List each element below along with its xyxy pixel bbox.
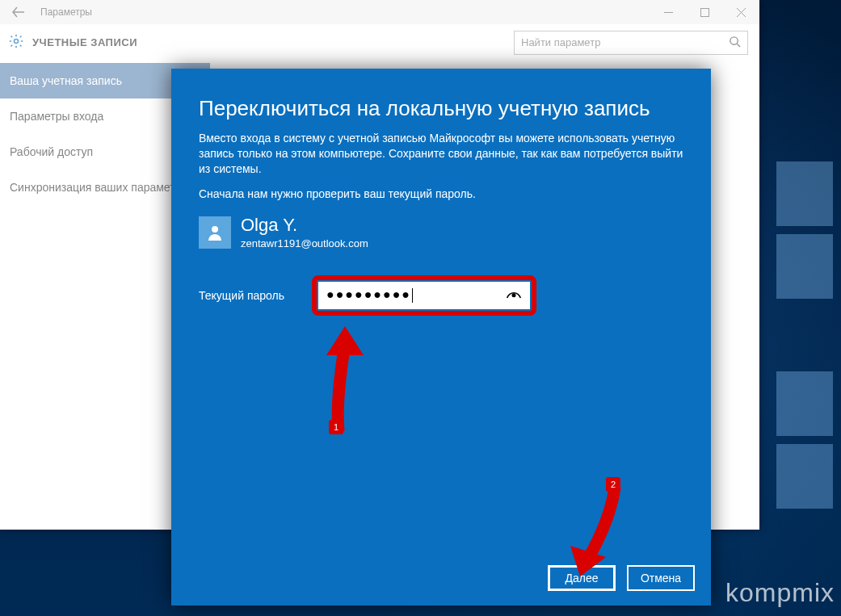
annotation-badge-2: 2: [606, 477, 620, 492]
search-icon: [729, 36, 741, 50]
annotation-highlight-box: ●●●●●●●●●: [312, 275, 536, 316]
reveal-password-icon[interactable]: [506, 288, 522, 303]
current-password-input[interactable]: ●●●●●●●●●: [318, 282, 530, 309]
sidebar-item-label: Синхронизация ваших параметров: [10, 181, 194, 194]
cancel-button[interactable]: Отмена: [627, 565, 695, 591]
dialog-body: Вместо входа в систему с учетной записью…: [199, 131, 683, 202]
annotation-arrow-1: [318, 326, 367, 431]
password-row: Текущий пароль ●●●●●●●●●: [199, 275, 683, 316]
minimize-button[interactable]: [650, 0, 687, 24]
back-button[interactable]: [0, 0, 37, 24]
sidebar-item-label: Рабочий доступ: [10, 145, 93, 158]
svg-point-3: [212, 226, 218, 233]
password-label: Текущий пароль: [199, 289, 312, 302]
dialog-paragraph: Вместо входа в систему с учетной записью…: [199, 131, 683, 177]
svg-rect-0: [701, 8, 709, 16]
user-display-name: Olga Y.: [241, 216, 368, 234]
maximize-button[interactable]: [687, 0, 723, 24]
dialog-paragraph: Сначала нам нужно проверить ваш текущий …: [199, 186, 683, 202]
avatar: [199, 216, 231, 249]
svg-marker-5: [326, 326, 364, 355]
title-bar: Параметры: [0, 0, 759, 24]
user-row: Olga Y. zentawr1191@outlook.com: [199, 216, 683, 249]
sidebar-item-label: Ваша учетная запись: [10, 74, 122, 87]
button-label: Отмена: [641, 572, 681, 585]
close-button[interactable]: [723, 0, 759, 24]
settings-header: УЧЕТНЫЕ ЗАПИСИ Найти параметр: [0, 24, 759, 61]
svg-rect-7: [776, 161, 833, 226]
search-input[interactable]: Найти параметр: [514, 31, 748, 55]
search-placeholder: Найти параметр: [521, 36, 729, 48]
svg-point-2: [730, 36, 738, 44]
dialog-title: Переключиться на локальную учетную запис…: [199, 96, 683, 121]
sidebar-item-label: Параметры входа: [10, 110, 103, 123]
svg-rect-9: [776, 371, 833, 436]
svg-point-4: [512, 294, 515, 296]
svg-point-1: [15, 39, 19, 43]
annotation-arrow-2: [570, 488, 627, 576]
annotation-badge-1: 1: [329, 420, 343, 434]
gear-icon: [8, 33, 32, 52]
svg-rect-8: [776, 234, 833, 299]
password-mask: ●●●●●●●●●: [326, 287, 506, 303]
decorative-light-panes: [760, 161, 841, 509]
user-email: zentawr1191@outlook.com: [241, 237, 368, 249]
header-title: УЧЕТНЫЕ ЗАПИСИ: [32, 36, 137, 48]
switch-local-account-dialog: Переключиться на локальную учетную запис…: [171, 69, 711, 606]
window-title: Параметры: [37, 6, 92, 18]
svg-rect-10: [776, 444, 833, 509]
